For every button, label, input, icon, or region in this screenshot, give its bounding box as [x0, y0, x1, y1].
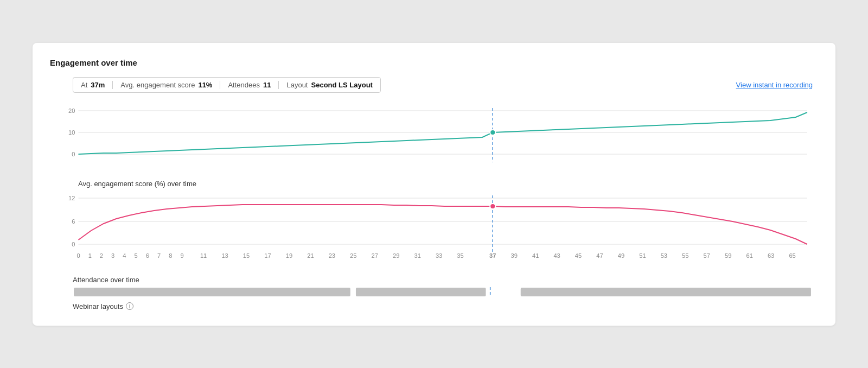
svg-text:1: 1: [88, 252, 92, 259]
info-bar: At 37m Avg. engagement score 11% Attende…: [73, 77, 381, 93]
svg-text:6: 6: [146, 252, 149, 259]
chart2-svg: 12 6 0 0 1 2 3 4 5 6 7 8 9 11 13 15 17 1…: [55, 190, 813, 271]
layout-value: Second LS Layout: [311, 81, 373, 89]
svg-text:8: 8: [169, 252, 172, 259]
view-instant-link[interactable]: View instant in recording: [736, 81, 813, 89]
svg-text:0: 0: [72, 241, 75, 248]
chart1-svg: 20 10 0: [55, 103, 813, 173]
svg-text:4: 4: [123, 252, 126, 259]
attendance-bar-1: [74, 288, 350, 296]
webinar-layouts-label: Webinar layouts: [73, 302, 123, 310]
svg-text:10: 10: [68, 129, 75, 136]
svg-text:0: 0: [76, 252, 80, 259]
svg-text:51: 51: [639, 252, 646, 259]
attendees-label: Attendees: [228, 81, 260, 89]
svg-text:15: 15: [243, 252, 250, 259]
at-label: At: [81, 81, 87, 89]
svg-text:65: 65: [789, 252, 795, 259]
at-value: 37m: [91, 81, 105, 89]
attendees-value: 11: [263, 81, 271, 89]
svg-text:5: 5: [135, 252, 138, 259]
chart1-container: 20 10 0: [55, 103, 813, 175]
svg-text:19: 19: [286, 252, 292, 259]
attendance-bar-container: [73, 287, 813, 297]
svg-text:63: 63: [768, 252, 774, 259]
svg-text:2: 2: [100, 252, 103, 259]
svg-text:27: 27: [372, 252, 378, 259]
svg-text:20: 20: [68, 107, 75, 114]
attendees-segment: Attendees 11: [220, 81, 279, 89]
svg-text:11: 11: [200, 252, 207, 259]
attendance-svg: [73, 287, 813, 297]
chart2-label: Avg. engagement score (%) over time: [78, 180, 813, 188]
page-title: Engagement over time: [50, 58, 818, 67]
svg-text:17: 17: [264, 252, 271, 259]
svg-text:59: 59: [725, 252, 731, 259]
at-segment: At 37m: [73, 81, 113, 89]
svg-text:61: 61: [746, 252, 752, 259]
svg-text:12: 12: [68, 195, 75, 201]
marker-dot-chart1: [490, 130, 495, 135]
avg-label: Avg. engagement score: [120, 81, 195, 89]
attendance-bar-3: [521, 288, 811, 296]
svg-text:43: 43: [553, 252, 560, 259]
svg-text:3: 3: [111, 252, 114, 259]
svg-text:47: 47: [596, 252, 603, 259]
svg-text:57: 57: [704, 252, 710, 259]
svg-text:7: 7: [157, 252, 161, 259]
svg-text:53: 53: [661, 252, 667, 259]
attendance-bar-2: [356, 288, 486, 296]
svg-text:33: 33: [436, 252, 442, 259]
svg-text:13: 13: [221, 252, 228, 259]
svg-text:9: 9: [181, 252, 184, 259]
info-bar-row: At 37m Avg. engagement score 11% Attende…: [73, 77, 813, 93]
chart2-container: Avg. engagement score (%) over time 12 6…: [55, 180, 813, 274]
svg-text:23: 23: [329, 252, 335, 259]
marker-dot-chart2: [490, 204, 495, 209]
svg-text:45: 45: [575, 252, 582, 259]
svg-text:31: 31: [414, 252, 420, 259]
svg-text:41: 41: [532, 252, 539, 259]
svg-text:37: 37: [489, 252, 496, 259]
svg-text:0: 0: [72, 151, 75, 157]
svg-text:21: 21: [307, 252, 314, 259]
svg-text:55: 55: [682, 252, 688, 259]
attendance-label: Attendance over time: [73, 276, 818, 284]
svg-text:25: 25: [350, 252, 356, 259]
info-icon[interactable]: i: [126, 302, 133, 310]
avg-value: 11%: [198, 81, 212, 89]
svg-text:6: 6: [72, 218, 75, 225]
layout-label: Layout: [286, 81, 308, 89]
svg-text:39: 39: [511, 252, 518, 259]
avg-segment: Avg. engagement score 11%: [113, 81, 220, 89]
layout-segment: Layout Second LS Layout: [279, 81, 380, 89]
main-card: Engagement over time At 37m Avg. engagem…: [33, 43, 835, 326]
webinar-layouts-row: Webinar layouts i: [73, 302, 818, 310]
svg-text:29: 29: [393, 252, 399, 259]
svg-text:35: 35: [457, 252, 463, 259]
svg-text:49: 49: [618, 252, 624, 259]
